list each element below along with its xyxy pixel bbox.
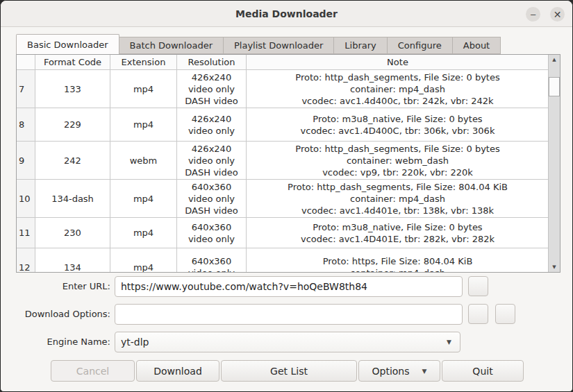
download-button[interactable]: Download	[136, 360, 219, 382]
chevron-down-icon: ▼	[422, 368, 427, 375]
extension-cell: mp4	[110, 180, 177, 218]
row-number-cell: 7	[17, 70, 35, 108]
tab-library[interactable]: Library	[334, 37, 387, 54]
header-note[interactable]: Note	[247, 55, 549, 70]
scroll-up-icon[interactable]: ▲	[549, 55, 560, 65]
format-code-cell: 134	[35, 248, 110, 273]
table-row[interactable]: 8 229 mp4 426x240video only Proto: m3u8_…	[17, 108, 549, 142]
note-cell: Proto: https, File Size: 804.04 KiBconta…	[247, 248, 549, 273]
table-header-row: Format Code Extension Resolution Note	[17, 55, 549, 70]
close-icon: ✕	[554, 10, 562, 19]
download-options-input[interactable]	[115, 304, 463, 325]
extension-cell: mp4	[110, 70, 177, 108]
app-window: Media Downloader – ✕ Basic Downloader Ba…	[0, 0, 573, 392]
table-row[interactable]: 12 134 mp4 640x360video only Proto: http…	[17, 248, 549, 273]
options-button[interactable]: Options ▼	[358, 360, 440, 382]
scroll-down-icon[interactable]: ▼	[549, 262, 560, 272]
note-cell: Proto: m3u8_native, File Size: 0 bytesvc…	[247, 218, 549, 248]
quit-button[interactable]: Quit	[442, 360, 524, 382]
resolution-cell: 426x240video onlyDASH video	[177, 142, 247, 180]
format-code-cell: 242	[35, 142, 110, 180]
table-row[interactable]: 11 230 mp4 640x360video only Proto: m3u8…	[17, 218, 549, 248]
header-row-number	[17, 55, 35, 70]
download-options-label: Download Options:	[13, 304, 110, 325]
options-extra-button-1[interactable]	[468, 304, 488, 324]
format-table: Format Code Extension Resolution Note 7 …	[17, 55, 549, 273]
window-title: Media Downloader	[235, 8, 338, 19]
table-row[interactable]: 9 242 webm 426x240video onlyDASH video P…	[17, 142, 549, 180]
get-list-button[interactable]: Get List	[221, 360, 357, 382]
tab-bar: Basic Downloader Batch Downloader Playli…	[16, 34, 501, 54]
format-code-cell: 133	[35, 70, 110, 108]
note-cell: Proto: http_dash_segments, File Size: 0 …	[247, 142, 549, 180]
minimize-button[interactable]: –	[526, 7, 540, 22]
close-button[interactable]: ✕	[550, 7, 565, 22]
url-input[interactable]	[115, 276, 463, 297]
header-format-code[interactable]: Format Code	[35, 55, 110, 70]
title-bar: Media Downloader – ✕	[1, 1, 572, 27]
note-cell: Proto: http_dash_segments, File Size: 0 …	[247, 70, 549, 108]
table-row[interactable]: 7 133 mp4 426x240video onlyDASH video Pr…	[17, 70, 549, 108]
row-number-cell: 10	[17, 180, 35, 218]
chevron-down-icon: ▼	[447, 339, 454, 346]
resolution-cell: 640x360video only	[177, 248, 247, 273]
extension-cell: mp4	[110, 248, 177, 273]
minimize-icon: –	[531, 10, 535, 19]
tab-batch-downloader[interactable]: Batch Downloader	[119, 37, 224, 54]
header-extension[interactable]: Extension	[110, 55, 177, 70]
options-extra-button-2[interactable]	[495, 304, 515, 324]
tab-playlist-downloader[interactable]: Playlist Downloader	[224, 37, 334, 54]
extension-cell: webm	[110, 142, 177, 180]
engine-name-value: yt-dlp	[121, 336, 149, 348]
tab-basic-downloader[interactable]: Basic Downloader	[16, 34, 119, 54]
row-number-cell: 9	[17, 142, 35, 180]
resolution-cell: 640x360video onlyDASH video	[177, 180, 247, 218]
table-row[interactable]: 10 134-dash mp4 640x360video onlyDASH vi…	[17, 180, 549, 218]
resolution-cell: 640x360video only	[177, 218, 247, 248]
extension-cell: mp4	[110, 218, 177, 248]
url-extra-button[interactable]	[468, 276, 488, 296]
extension-cell: mp4	[110, 108, 177, 142]
format-code-cell: 229	[35, 108, 110, 142]
row-number-cell: 12	[17, 248, 35, 273]
scrollbar-thumb[interactable]	[549, 77, 560, 96]
format-code-cell: 230	[35, 218, 110, 248]
engine-name-label: Engine Name:	[13, 332, 110, 352]
engine-name-select[interactable]: yt-dlp ▼	[115, 332, 460, 352]
note-cell: Proto: http_dash_segments, File Size: 80…	[247, 180, 549, 218]
format-list: Format Code Extension Resolution Note 7 …	[16, 54, 560, 273]
row-number-cell: 11	[17, 218, 35, 248]
tab-about[interactable]: About	[453, 37, 501, 54]
vertical-scrollbar[interactable]: ▲ ▼	[548, 55, 560, 272]
header-resolution[interactable]: Resolution	[177, 55, 247, 70]
resolution-cell: 426x240video only	[177, 108, 247, 142]
row-number-cell: 8	[17, 108, 35, 142]
resolution-cell: 426x240video onlyDASH video	[177, 70, 247, 108]
url-label: Enter URL:	[13, 276, 110, 297]
note-cell: Proto: m3u8_native, File Size: 0 bytesvc…	[247, 108, 549, 142]
cancel-button: Cancel	[51, 360, 135, 382]
tab-configure[interactable]: Configure	[388, 37, 453, 54]
format-code-cell: 134-dash	[35, 180, 110, 218]
